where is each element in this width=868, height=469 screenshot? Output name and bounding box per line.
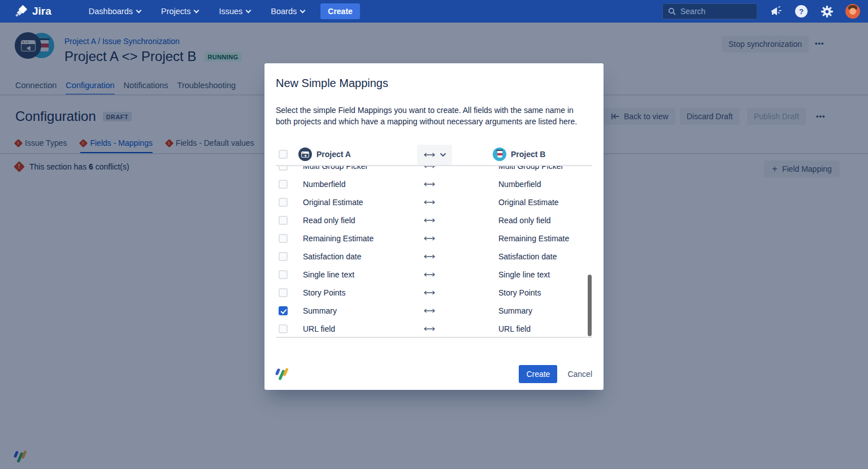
mapping-checkbox[interactable] (279, 270, 288, 279)
mapping-checkbox[interactable] (279, 252, 288, 261)
mapping-row: Read only field Read only field (276, 211, 592, 229)
left-field-name: Numberfield (303, 180, 345, 189)
right-field-name: Read only field (498, 216, 551, 225)
mapping-row: URL field URL field (276, 320, 592, 338)
mapping-row: Remaining Estimate Remaining Estimate (276, 229, 592, 247)
chevron-down-icon (440, 153, 446, 157)
left-field-name: Single line text (303, 270, 354, 279)
left-field-name: Story Points (303, 288, 345, 297)
mapping-checkbox[interactable] (279, 216, 288, 225)
gear-icon (821, 5, 834, 18)
dialog-title: New Simple Mappings (276, 63, 592, 90)
bidirectional-arrow-icon (416, 272, 443, 277)
project-b-avatar (493, 147, 506, 161)
create-mappings-button[interactable]: Create (519, 365, 557, 383)
chevron-down-icon (194, 7, 199, 13)
project-a-column-label: Project A (316, 150, 351, 159)
mapping-checkbox[interactable] (279, 198, 288, 207)
question-mark-icon: ? (795, 5, 808, 18)
cancel-button[interactable]: Cancel (567, 370, 592, 379)
nav-menu-item[interactable]: Issues (219, 7, 250, 16)
left-field-name: Summary (303, 306, 337, 315)
bidirectional-arrow-icon (416, 254, 443, 259)
project-b-column-label: Project B (511, 150, 545, 159)
project-a-avatar (298, 147, 312, 161)
bidirectional-arrow-icon (416, 218, 443, 223)
left-field-name: URL field (303, 324, 335, 333)
dialog-description: Select the simple Field Mappings you wan… (276, 105, 581, 127)
nav-links: Dashboards Projects Issues Boards (89, 7, 305, 16)
search-placeholder: Search (680, 7, 705, 16)
right-field-name: Story Points (498, 288, 541, 297)
exalate-logo (276, 367, 289, 381)
megaphone-icon (770, 5, 782, 18)
bidirectional-arrow-icon (416, 309, 443, 313)
right-field-name: URL field (498, 324, 531, 333)
right-field-name: Original Estimate (498, 198, 559, 207)
mapping-row: Multi Group Picker Multi Group Picker (276, 166, 592, 175)
search-input[interactable]: Search (662, 3, 757, 19)
right-field-name: Numberfield (498, 180, 541, 189)
right-field-name: Remaining Estimate (498, 234, 569, 243)
top-navbar: Jira Dashboards Projects Issues Boards C… (0, 0, 868, 23)
mapping-row: Original Estimate Original Estimate (276, 193, 592, 211)
create-button[interactable]: Create (320, 3, 360, 19)
settings-button[interactable] (820, 5, 834, 18)
jira-logo-icon (15, 5, 28, 18)
mapping-row: Story Points Story Points (276, 284, 592, 302)
mapping-checkbox[interactable] (279, 288, 288, 297)
nav-menu-item[interactable]: Boards (271, 7, 305, 16)
mapping-row: Single line text Single line text (276, 266, 592, 284)
right-field-name: Multi Group Picker (498, 166, 563, 171)
announcements-button[interactable] (769, 5, 783, 18)
left-field-name: Original Estimate (303, 198, 363, 207)
bidirectional-arrow-icon (416, 182, 443, 186)
right-field-name: Satisfaction date (498, 252, 557, 261)
help-button[interactable]: ? (795, 5, 808, 18)
bidirectional-arrow-icon (416, 166, 443, 168)
nav-menu-item[interactable]: Dashboards (89, 7, 141, 16)
bidirectional-arrow-icon (416, 327, 443, 331)
chevron-down-icon (246, 7, 251, 13)
jira-wordmark: Jira (32, 5, 51, 18)
left-field-name: Remaining Estimate (303, 234, 374, 243)
bidirectional-arrow-icon (416, 236, 443, 241)
bidirectional-arrow-icon (423, 153, 436, 157)
mapping-row: Satisfaction date Satisfaction date (276, 247, 592, 266)
chevron-down-icon (300, 7, 306, 13)
left-field-name: Satisfaction date (303, 252, 362, 261)
mapping-checkbox[interactable] (279, 166, 288, 171)
sync-direction-button[interactable] (417, 145, 452, 165)
left-field-name: Multi Group Picker (303, 166, 368, 171)
chevron-down-icon (136, 7, 142, 13)
mapping-row: Numberfield Numberfield (276, 175, 592, 193)
search-icon (668, 7, 676, 15)
scrollbar-thumb[interactable] (588, 275, 592, 336)
nav-menu-item[interactable]: Projects (161, 7, 198, 16)
new-simple-mappings-dialog: New Simple Mappings Select the simple Fi… (264, 63, 604, 390)
mapping-checkbox[interactable] (279, 306, 288, 315)
mapping-row: Summary Summary (276, 302, 592, 320)
user-avatar[interactable] (845, 4, 860, 19)
jira-logo[interactable]: Jira (15, 5, 51, 18)
bidirectional-arrow-icon (416, 200, 443, 205)
mapping-list: Multi Group Picker Multi Group Picker Nu… (276, 166, 592, 338)
mapping-checkbox[interactable] (279, 324, 288, 333)
left-field-name: Read only field (303, 216, 355, 225)
right-field-name: Single line text (498, 270, 550, 279)
mapping-checkbox[interactable] (279, 234, 288, 243)
mapping-checkbox[interactable] (279, 180, 288, 189)
bidirectional-arrow-icon (416, 290, 443, 295)
right-field-name: Summary (498, 306, 532, 315)
mapping-table-header: Project A Project B (276, 144, 592, 166)
select-all-checkbox[interactable] (279, 150, 288, 159)
